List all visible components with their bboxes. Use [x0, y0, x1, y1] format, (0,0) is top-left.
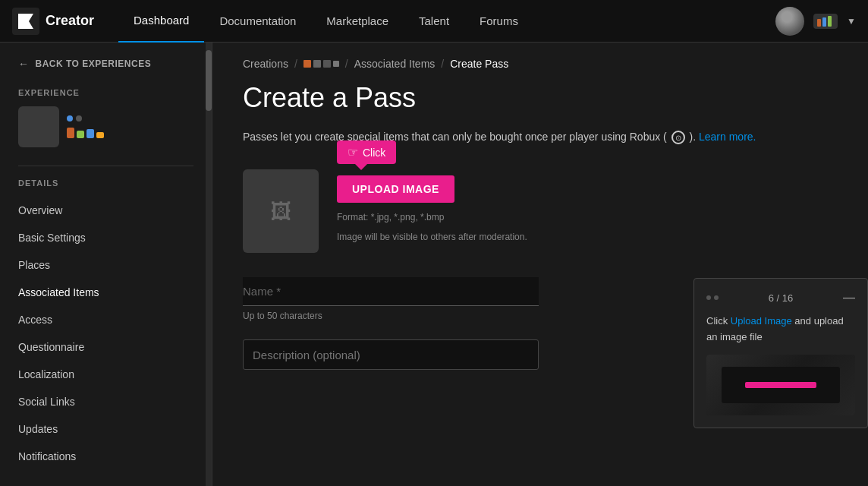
sidebar-scrollbar[interactable] [206, 43, 212, 486]
description-input[interactable] [243, 339, 539, 370]
avatar[interactable] [775, 7, 804, 36]
sidebar-item-questionnaire[interactable]: Questionnaire [0, 333, 212, 361]
nav-talent[interactable]: Talent [404, 0, 464, 43]
help-panel-dots [706, 295, 719, 300]
breadcrumb-create-pass: Create Pass [450, 58, 508, 70]
experience-section: EXPERIENCE [0, 82, 212, 159]
color-bars [67, 128, 104, 138]
sidebar-item-updates[interactable]: Updates [0, 415, 212, 443]
logo[interactable]: Creator [12, 8, 94, 35]
bc-sq-2 [333, 61, 339, 67]
help-panel-counter: 6 / 16 [769, 292, 794, 304]
sidebar-item-basic-settings[interactable]: Basic Settings [0, 224, 212, 251]
breadcrumb: Creations / / Associated Items / Create … [212, 43, 868, 82]
dot-blue [67, 115, 73, 122]
help-panel: 6 / 16 — Click Upload Image and upload a… [693, 278, 868, 428]
experience-dots [67, 115, 104, 122]
color-bar-yellow [96, 132, 104, 138]
topnav-dropdown-icon[interactable]: ▼ [847, 16, 856, 27]
sidebar-item-overview[interactable]: Overview [0, 197, 212, 224]
experience-card [18, 106, 193, 147]
back-to-experiences-link[interactable]: ← BACK TO EXPERIENCES [0, 43, 212, 82]
color-bar-green [77, 131, 84, 138]
help-preview-image [706, 355, 855, 415]
color-bar-orange [67, 128, 74, 138]
sidebar-divider [18, 166, 193, 166]
help-preview-inner [722, 367, 841, 403]
details-label: DETAILS [0, 178, 212, 197]
robux-icon: ⊙ [671, 131, 685, 144]
upload-controls: ☞ Click UPLOAD IMAGE Format: *.jpg, *.pn… [337, 169, 527, 242]
bc-sq-1 [323, 60, 331, 68]
sidebar-item-social-links[interactable]: Social Links [0, 388, 212, 415]
back-label: BACK TO EXPERIENCES [36, 58, 152, 69]
upload-btn-container: ☞ Click UPLOAD IMAGE [337, 175, 527, 203]
help-dot-2 [714, 295, 719, 300]
breadcrumb-creations[interactable]: Creations [243, 58, 288, 70]
cursor-icon: ☞ [348, 145, 358, 159]
breadcrumb-sep-3: / [441, 58, 444, 70]
click-tooltip: ☞ Click [337, 140, 396, 164]
help-panel-header: 6 / 16 — [706, 291, 855, 305]
sidebar-nav: Overview Basic Settings Places Associate… [0, 197, 212, 470]
page-title: Create a Pass [243, 82, 838, 114]
breadcrumb-sep-2: / [345, 58, 348, 70]
logo-text: Creator [46, 13, 94, 29]
svg-rect-1 [817, 19, 821, 27]
topnav: Creator Dashboard Documentation Marketpl… [0, 0, 868, 43]
help-upload-link[interactable]: Upload Image [731, 315, 792, 327]
click-label: Click [363, 147, 385, 159]
nav-marketplace[interactable]: Marketplace [311, 0, 404, 43]
back-arrow-icon: ← [18, 58, 30, 70]
experience-label: EXPERIENCE [18, 88, 193, 97]
topnav-links: Dashboard Documentation Marketplace Tale… [118, 0, 775, 43]
help-panel-preview [706, 355, 855, 415]
nav-documentation[interactable]: Documentation [204, 0, 311, 43]
breadcrumb-game-icon [303, 60, 339, 68]
experience-thumbnail [18, 106, 59, 147]
topnav-stats-icon[interactable] [813, 14, 838, 29]
topnav-icons [813, 14, 838, 29]
breadcrumb-sep-1: / [294, 58, 297, 70]
name-input[interactable] [243, 277, 539, 306]
nav-dashboard[interactable]: Dashboard [118, 0, 204, 43]
sidebar-item-localization[interactable]: Localization [0, 361, 212, 388]
dot-gray [76, 115, 82, 122]
topnav-right: ▼ [775, 7, 856, 36]
sidebar-item-places[interactable]: Places [0, 251, 212, 279]
upload-image-button[interactable]: UPLOAD IMAGE [337, 175, 454, 203]
bc-bar-2 [313, 60, 321, 68]
upload-format: Format: *.jpg, *.png, *.bmp [337, 212, 527, 222]
sidebar-item-access[interactable]: Access [0, 306, 212, 333]
image-placeholder-icon: 🖼 [270, 199, 291, 224]
svg-rect-3 [828, 16, 832, 27]
sidebar-item-associated-items[interactable]: Associated Items [0, 279, 212, 306]
color-bar-blue [86, 129, 94, 138]
sidebar-item-notifications[interactable]: Notifications [0, 443, 212, 470]
help-panel-text: Click Upload Image and upload an image f… [706, 314, 855, 346]
layout: ← BACK TO EXPERIENCES EXPERIENCE [0, 43, 868, 486]
help-dot-1 [706, 295, 711, 300]
bc-bar-1 [303, 60, 311, 68]
help-panel-minimize-icon[interactable]: — [843, 291, 855, 305]
breadcrumb-associated-items[interactable]: Associated Items [354, 58, 436, 70]
sidebar: ← BACK TO EXPERIENCES EXPERIENCE [0, 43, 212, 486]
nav-forums[interactable]: Forums [464, 0, 533, 43]
help-preview-bar [745, 382, 816, 388]
main-content: Creations / / Associated Items / Create … [212, 43, 868, 486]
image-placeholder: 🖼 [243, 169, 319, 253]
learn-more-link[interactable]: Learn more. [699, 131, 756, 143]
svg-rect-2 [822, 17, 826, 27]
upload-note: Image will be visible to others after mo… [337, 232, 527, 242]
upload-section: 🖼 ☞ Click UPLOAD IMAGE Format: *.jpg, *.… [243, 169, 838, 253]
page-description: Passes let you create special items that… [243, 129, 838, 145]
